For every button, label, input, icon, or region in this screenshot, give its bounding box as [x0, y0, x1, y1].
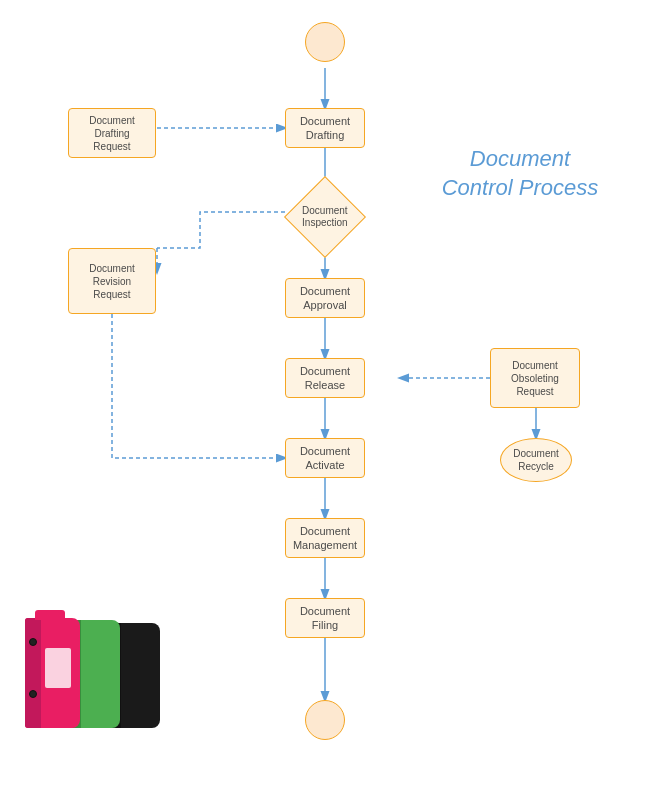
- page-title: DocumentControl Process: [430, 145, 610, 202]
- drafting-request-label: DocumentDraftingRequest: [89, 114, 135, 153]
- end-circle: [305, 700, 345, 740]
- document-release-label: DocumentRelease: [300, 364, 350, 393]
- document-activate-box: DocumentActivate: [285, 438, 365, 478]
- document-filing-label: DocumentFiling: [300, 604, 350, 633]
- document-management-label: DocumentManagement: [293, 524, 357, 553]
- obsoleting-request-box: DocumentObsoletingRequest: [490, 348, 580, 408]
- document-inspection-diamond: DocumentInspection: [284, 176, 366, 258]
- document-release-box: DocumentRelease: [285, 358, 365, 398]
- document-activate-label: DocumentActivate: [300, 444, 350, 473]
- title-text: DocumentControl Process: [442, 146, 599, 200]
- document-inspection-label: DocumentInspection: [302, 205, 348, 229]
- document-drafting-label: Document Drafting: [286, 114, 364, 143]
- revision-request-label: DocumentRevisionRequest: [89, 262, 135, 301]
- binder-decoration: [20, 608, 185, 728]
- document-drafting-box: Document Drafting: [285, 108, 365, 148]
- diagram: Document Drafting DocumentInspection Doc…: [0, 0, 650, 788]
- revision-request-box: DocumentRevisionRequest: [68, 248, 156, 314]
- start-circle: [305, 22, 345, 62]
- drafting-request-box: DocumentDraftingRequest: [68, 108, 156, 158]
- obsoleting-request-label: DocumentObsoletingRequest: [511, 359, 559, 398]
- document-recycle-label: DocumentRecycle: [513, 447, 559, 473]
- document-approval-box: DocumentApproval: [285, 278, 365, 318]
- document-management-box: DocumentManagement: [285, 518, 365, 558]
- document-recycle-ellipse: DocumentRecycle: [500, 438, 572, 482]
- document-approval-label: DocumentApproval: [300, 284, 350, 313]
- document-filing-box: DocumentFiling: [285, 598, 365, 638]
